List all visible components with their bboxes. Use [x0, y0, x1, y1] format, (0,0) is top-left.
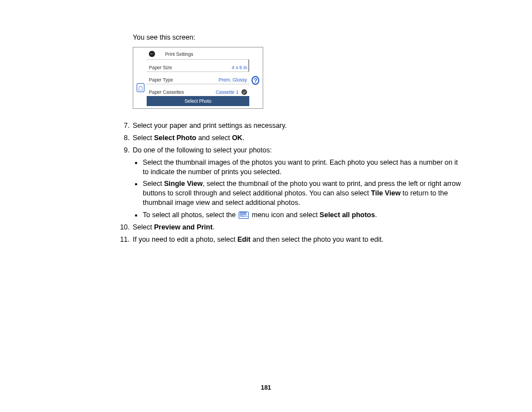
setting-label: Paper Size: [149, 65, 172, 70]
setting-label: Paper Type: [149, 77, 173, 83]
text: .: [212, 223, 214, 231]
select-photo-button: Select Photo: [147, 96, 249, 106]
step-7: Select your paper and print settings as …: [132, 121, 465, 131]
text: and then select the photo you want to ed…: [250, 236, 383, 243]
text: If you need to edit a photo, select: [133, 236, 238, 243]
bullet: Select the thumbnail images of the photo…: [143, 158, 465, 177]
bold: Select Photo: [154, 134, 196, 142]
menu-icon: Menu: [239, 212, 249, 219]
check-icon: ✓: [241, 89, 247, 95]
page-number: 181: [0, 384, 532, 391]
bold: OK: [232, 134, 243, 142]
bold: Preview and Print: [154, 223, 212, 231]
step-9: Do one of the following to select your p…: [132, 146, 465, 220]
text: To select all photos, select the: [143, 211, 238, 219]
step-10: Select Preview and Print.: [132, 223, 465, 232]
text: and select: [196, 134, 232, 142]
step-8: Select Select Photo and select OK.: [132, 133, 465, 143]
setting-label: Paper Cassettes: [149, 89, 184, 95]
help-icon: ?: [252, 76, 259, 85]
home-icon: ⌂: [137, 83, 144, 92]
bullet: To select all photos, select the Menu me…: [143, 210, 465, 220]
setting-value: Cassette 1: [216, 89, 239, 95]
document-page: You see this screen: ⌂ ← Print Settings …: [0, 0, 532, 412]
print-settings-screenshot: ⌂ ← Print Settings Paper Size 4 x 6 in P…: [133, 47, 263, 109]
bold: Select all photos: [320, 211, 375, 219]
intro-text: You see this screen:: [133, 33, 465, 41]
text: Select: [133, 223, 154, 231]
setting-value: 4 x 6 in: [232, 65, 247, 70]
bold: Single View: [164, 180, 202, 188]
bullet: Select Single View, select the thumbnail…: [143, 179, 465, 208]
text: .: [375, 211, 376, 219]
bold: Edit: [238, 236, 251, 243]
instruction-list: Select your paper and print settings as …: [122, 121, 465, 245]
menu-icon-label: Menu: [240, 215, 248, 218]
bold: Tile View: [371, 189, 400, 197]
setting-value: Prem. Glossy: [219, 77, 247, 83]
text: Select: [143, 180, 164, 188]
text: .: [243, 134, 244, 142]
step-11: If you need to edit a photo, select Edit…: [132, 235, 465, 245]
text: Do one of the following to select your p…: [133, 146, 272, 154]
text: Select: [133, 134, 154, 142]
step-9-sublist: Select the thumbnail images of the photo…: [133, 158, 465, 220]
back-icon: ←: [149, 51, 155, 57]
text: menu icon and select: [252, 211, 320, 219]
mock-title: Print Settings: [165, 51, 194, 57]
